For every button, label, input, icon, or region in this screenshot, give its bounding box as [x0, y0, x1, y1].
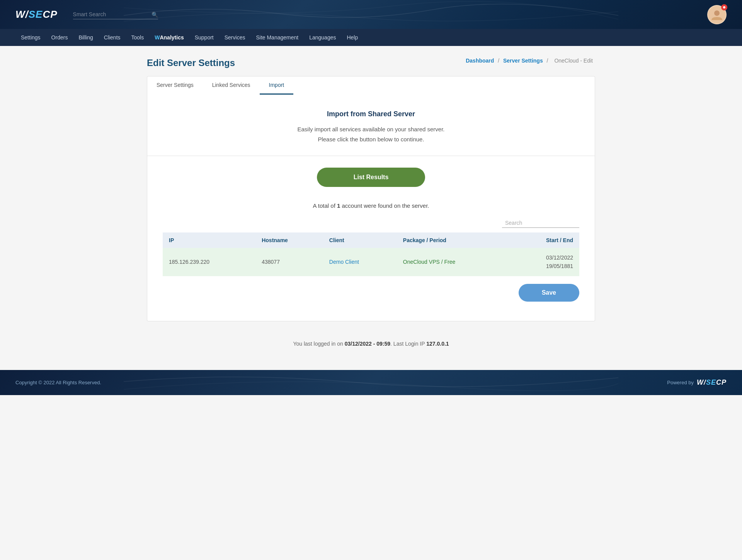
last-login-text: You last logged in on 03/12/2022 - 09:59… [147, 341, 595, 347]
page-title: Edit Server Settings [147, 58, 235, 68]
import-desc-line1: Easily import all services available on … [298, 126, 445, 132]
account-found-text: A total of 1 account were found on the s… [163, 202, 579, 209]
table-head: IP Hostname Client Package / Period Star… [163, 232, 579, 248]
import-desc-line2: Please click the button below to continu… [318, 136, 424, 143]
divider [147, 156, 595, 156]
cell-package: OneCloud VPS / Free [397, 248, 510, 276]
nav-item-languages[interactable]: Languages [304, 29, 341, 46]
last-login-ip: 127.0.0.1 [426, 341, 449, 347]
cell-hostname: 438077 [255, 248, 323, 276]
col-ip: IP [163, 232, 255, 248]
logo: W/SECP [15, 8, 58, 20]
breadcrumb-sep1: / [498, 58, 501, 64]
import-card: Import from Shared Server Easily import … [147, 95, 595, 321]
notification-badge [721, 4, 727, 10]
cell-ip: 185.126.239.220 [163, 248, 255, 276]
results-table: IP Hostname Client Package / Period Star… [163, 232, 579, 276]
table-header-row: IP Hostname Client Package / Period Star… [163, 232, 579, 248]
import-title: Import from Shared Server [163, 110, 579, 118]
nav-item-clients[interactable]: Clients [99, 29, 126, 46]
header: W/SECP 🔍 [0, 0, 742, 29]
last-login-separator: . Last Login IP [390, 341, 426, 347]
nav-item-settings[interactable]: Settings [15, 29, 46, 46]
table-body: 185.126.239.220 438077 Demo Client OneCl… [163, 248, 579, 276]
search-input[interactable] [73, 10, 158, 19]
nav-item-orders[interactable]: Orders [46, 29, 73, 46]
breadcrumb-dashboard[interactable]: Dashboard [466, 58, 494, 64]
tab-import[interactable]: Import [260, 76, 294, 95]
account-found-prefix: A total of [313, 202, 337, 209]
footer-powered: Powered by W/SECP [667, 378, 727, 387]
col-hostname: Hostname [255, 232, 323, 248]
tab-linked-services[interactable]: Linked Services [203, 76, 260, 95]
col-start-end: Start / End [510, 232, 579, 248]
breadcrumb: Dashboard / Server Settings / OneCloud -… [466, 58, 595, 64]
nav-item-wanalytics[interactable]: WAnalytics [149, 29, 189, 46]
account-found-suffix: account were found on the server. [340, 202, 429, 209]
save-row: Save [163, 284, 579, 302]
search-box[interactable]: 🔍 [73, 10, 158, 19]
main-nav: Settings Orders Billing Clients Tools WA… [0, 29, 742, 46]
footer-powered-label: Powered by [667, 380, 694, 385]
tabs: Server Settings Linked Services Import [147, 76, 595, 95]
import-description: Easily import all services available on … [163, 124, 579, 144]
cell-dates: 03/12/202219/05/1881 [510, 248, 579, 276]
breadcrumb-sep2: / [547, 58, 550, 64]
nav-item-site-management[interactable]: Site Management [250, 29, 304, 46]
nav-item-help[interactable]: Help [341, 29, 363, 46]
tab-server-settings[interactable]: Server Settings [147, 76, 203, 95]
breadcrumb-current: OneCloud - Edit [554, 58, 593, 64]
nav-item-services[interactable]: Services [219, 29, 251, 46]
list-results-button[interactable]: List Results [317, 168, 425, 187]
breadcrumb-row: Edit Server Settings Dashboard / Server … [147, 58, 595, 68]
avatar-wrap[interactable] [707, 5, 727, 24]
nav-item-tools[interactable]: Tools [126, 29, 150, 46]
last-login-datetime: 03/12/2022 - 09:59 [345, 341, 390, 347]
breadcrumb-server-settings[interactable]: Server Settings [503, 58, 543, 64]
last-login-prefix: You last logged in on [293, 341, 344, 347]
search-icon: 🔍 [151, 12, 158, 18]
nav-item-billing[interactable]: Billing [73, 29, 98, 46]
footer-copyright: Copyright © 2022 All Rights Reserved. [15, 380, 101, 385]
footer-logo: W/SECP [697, 378, 727, 387]
col-package: Package / Period [397, 232, 510, 248]
footer: Copyright © 2022 All Rights Reserved. Po… [0, 370, 742, 395]
col-client: Client [323, 232, 397, 248]
save-button[interactable]: Save [519, 284, 579, 302]
table-row: 185.126.239.220 438077 Demo Client OneCl… [163, 248, 579, 276]
nav-item-support[interactable]: Support [189, 29, 219, 46]
cell-client: Demo Client [323, 248, 397, 276]
table-search-input[interactable] [502, 218, 579, 228]
table-search-row [163, 218, 579, 228]
svg-point-0 [714, 10, 720, 16]
main-content: Edit Server Settings Dashboard / Server … [139, 46, 603, 370]
